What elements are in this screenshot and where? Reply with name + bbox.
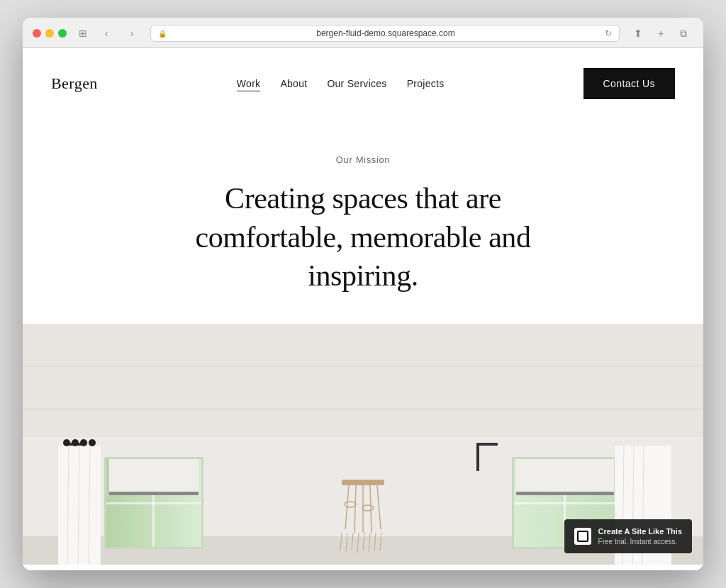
svg-point-14 [63, 439, 70, 446]
browser-window: ⊞ ‹ › 🔒 bergen-fluid-demo.squarespace.co… [23, 18, 703, 570]
badge-subtitle: Free trial. Instant access. [598, 537, 682, 546]
tabs-button[interactable]: ⧉ [674, 26, 693, 41]
traffic-lights [33, 29, 67, 38]
contact-us-button[interactable]: Contact Us [583, 68, 675, 99]
lock-icon: 🔒 [158, 30, 167, 38]
mission-label: Our Mission [51, 154, 675, 165]
maximize-button[interactable] [58, 29, 67, 38]
site-logo[interactable]: Bergen [51, 74, 98, 93]
badge-title: Create A Site Like This [598, 526, 682, 536]
hero-heading: Creating spaces that are comfortable, me… [172, 179, 554, 295]
squarespace-badge-text: Create A Site Like This Free trial. Inst… [598, 526, 682, 545]
sidebar-toggle-button[interactable]: ⊞ [75, 26, 91, 41]
svg-rect-35 [516, 492, 614, 495]
svg-point-16 [80, 439, 87, 446]
squarespace-badge[interactable]: Create A Site Like This Free trial. Inst… [564, 519, 692, 553]
nav-link-services[interactable]: Our Services [327, 78, 386, 89]
nav-link-about[interactable]: About [280, 78, 307, 89]
hero-heading-line3: inspiring. [308, 259, 418, 292]
room-image: Create A Site Like This Free trial. Inst… [23, 324, 703, 565]
browser-chrome: ⊞ ‹ › 🔒 bergen-fluid-demo.squarespace.co… [23, 18, 703, 48]
svg-rect-1 [23, 324, 703, 451]
svg-point-17 [89, 439, 96, 446]
refresh-button[interactable]: ↻ [605, 28, 612, 38]
site-header: Bergen Work About Our Services Projects … [23, 48, 703, 119]
svg-rect-33 [109, 492, 199, 495]
browser-nav: ⊞ ‹ › [75, 26, 142, 41]
svg-point-15 [72, 439, 79, 446]
hero-heading-line1: Creating spaces that are [225, 182, 501, 215]
url-text: bergen-fluid-demo.squarespace.com [171, 28, 601, 38]
site-nav: Work About Our Services Projects [237, 78, 445, 89]
forward-button[interactable]: › [122, 26, 142, 41]
nav-link-projects[interactable]: Projects [407, 78, 445, 89]
share-button[interactable]: ⬆ [628, 26, 648, 41]
svg-rect-9 [476, 443, 498, 446]
svg-rect-8 [476, 443, 479, 471]
browser-actions: ⬆ + ⧉ [628, 26, 693, 41]
svg-rect-36 [342, 480, 384, 485]
hero-section: Our Mission Creating spaces that are com… [23, 119, 703, 324]
website-content: Bergen Work About Our Services Projects … [23, 48, 703, 570]
minimize-button[interactable] [45, 29, 54, 38]
hero-heading-line2: comfortable, memorable and [195, 221, 530, 254]
back-button[interactable]: ‹ [96, 26, 116, 41]
close-button[interactable] [33, 29, 41, 38]
squarespace-logo [574, 528, 591, 545]
nav-link-work[interactable]: Work [237, 78, 261, 89]
new-tab-button[interactable]: + [651, 26, 671, 41]
svg-rect-34 [516, 459, 614, 494]
svg-rect-32 [109, 459, 199, 494]
url-bar[interactable]: 🔒 bergen-fluid-demo.squarespace.com ↻ [150, 25, 620, 42]
